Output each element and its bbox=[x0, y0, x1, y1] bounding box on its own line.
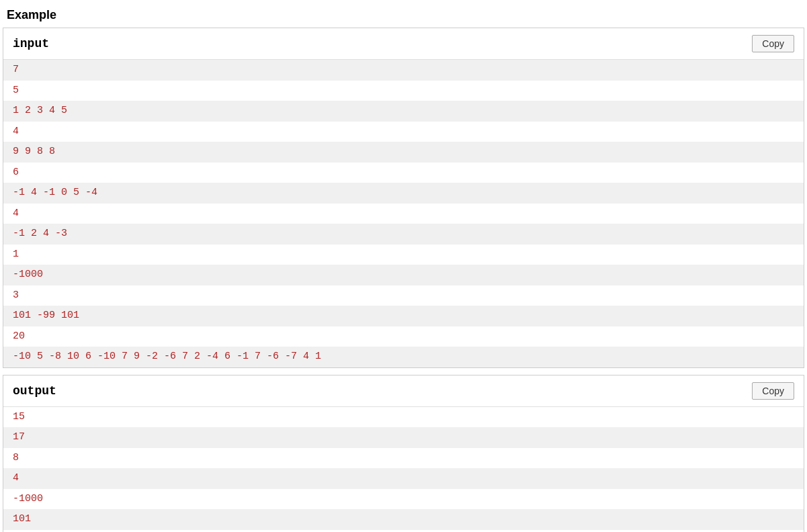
input-line: 4 bbox=[3, 122, 804, 142]
output-line: 17 bbox=[3, 427, 804, 448]
input-content: 751 2 3 4 549 9 8 86-1 4 -1 0 5 -44-1 2 … bbox=[3, 60, 804, 367]
output-content: 151784-100010110 bbox=[3, 407, 804, 533]
input-section: input Copy 751 2 3 4 549 9 8 86-1 4 -1 0… bbox=[3, 28, 804, 368]
input-line: 9 9 8 8 bbox=[3, 142, 804, 163]
output-line: 10 bbox=[3, 530, 804, 533]
input-line: -1 4 -1 0 5 -4 bbox=[3, 183, 804, 204]
input-line: 1 bbox=[3, 245, 804, 265]
output-line: 15 bbox=[3, 407, 804, 428]
input-line: -1 2 4 -3 bbox=[3, 224, 804, 245]
input-line: 4 bbox=[3, 204, 804, 224]
input-copy-button[interactable]: Copy bbox=[752, 35, 794, 52]
output-line: 101 bbox=[3, 509, 804, 530]
input-line: 5 bbox=[3, 81, 804, 101]
page-title: Example bbox=[0, 5, 807, 28]
output-section: output Copy 151784-100010110 bbox=[3, 375, 804, 533]
input-line: 3 bbox=[3, 285, 804, 306]
input-section-label: input bbox=[13, 37, 49, 50]
input-line: 20 bbox=[3, 326, 804, 347]
input-line: 6 bbox=[3, 163, 804, 183]
input-line: 101 -99 101 bbox=[3, 306, 804, 326]
output-line: 4 bbox=[3, 468, 804, 489]
input-line: -10 5 -8 10 6 -10 7 9 -2 -6 7 2 -4 6 -1 … bbox=[3, 347, 804, 367]
input-line: 7 bbox=[3, 60, 804, 81]
output-line: 8 bbox=[3, 448, 804, 469]
input-line: 1 2 3 4 5 bbox=[3, 101, 804, 122]
input-line: -1000 bbox=[3, 265, 804, 285]
output-line: -1000 bbox=[3, 489, 804, 510]
output-section-label: output bbox=[13, 384, 56, 398]
output-copy-button[interactable]: Copy bbox=[752, 382, 794, 400]
